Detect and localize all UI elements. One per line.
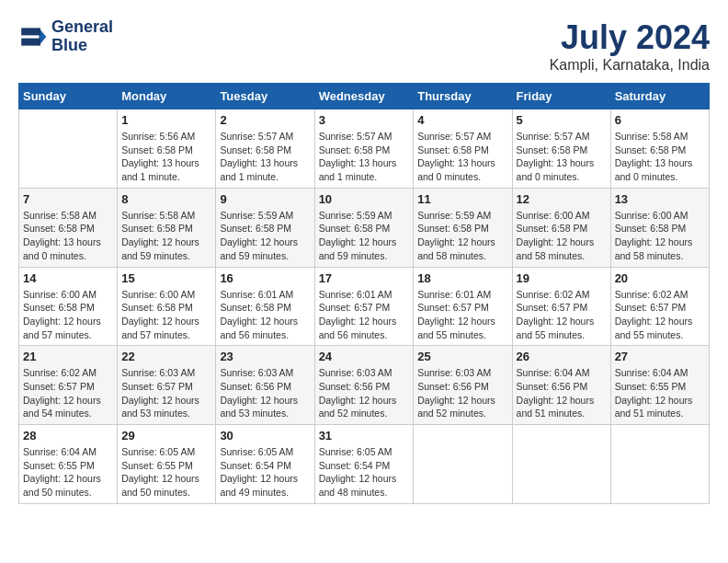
day-number: 30 <box>220 429 310 442</box>
calendar-cell: 26Sunrise: 6:04 AMSunset: 6:56 PMDayligh… <box>512 346 610 425</box>
logo: General Blue <box>18 18 113 55</box>
day-number: 17 <box>319 271 410 285</box>
day-info: Sunrise: 5:56 AMSunset: 6:58 PMDaylight:… <box>121 130 211 184</box>
day-number: 27 <box>615 350 705 363</box>
day-info: Sunrise: 6:03 AMSunset: 6:57 PMDaylight:… <box>121 366 211 420</box>
day-number: 15 <box>121 271 211 285</box>
day-number: 26 <box>517 350 607 363</box>
day-number: 16 <box>220 271 310 285</box>
logo-icon <box>18 22 48 52</box>
logo-line2: Blue <box>51 37 113 55</box>
day-info: Sunrise: 6:02 AMSunset: 6:57 PMDaylight:… <box>517 288 607 342</box>
day-number: 11 <box>417 192 507 206</box>
day-info: Sunrise: 5:57 AMSunset: 6:58 PMDaylight:… <box>517 130 607 184</box>
logo-text: General Blue <box>51 18 113 55</box>
calendar-cell: 21Sunrise: 6:02 AMSunset: 6:57 PMDayligh… <box>19 346 118 425</box>
calendar-cell: 16Sunrise: 6:01 AMSunset: 6:58 PMDayligh… <box>216 267 314 346</box>
day-number: 7 <box>23 192 113 206</box>
weekday-header-friday: Friday <box>512 84 610 109</box>
calendar-cell: 22Sunrise: 6:03 AMSunset: 6:57 PMDayligh… <box>118 346 216 425</box>
day-info: Sunrise: 6:04 AMSunset: 6:56 PMDaylight:… <box>517 366 607 420</box>
day-number: 25 <box>417 350 507 363</box>
day-number: 12 <box>517 192 607 206</box>
calendar-cell <box>414 425 512 504</box>
calendar-cell: 3Sunrise: 5:57 AMSunset: 6:58 PMDaylight… <box>314 109 414 189</box>
calendar-cell: 2Sunrise: 5:57 AMSunset: 6:58 PMDaylight… <box>216 109 314 189</box>
calendar-cell: 20Sunrise: 6:02 AMSunset: 6:57 PMDayligh… <box>610 267 709 346</box>
day-info: Sunrise: 6:05 AMSunset: 6:55 PMDaylight:… <box>121 445 211 500</box>
calendar-cell <box>610 425 709 504</box>
svg-rect-3 <box>21 38 40 45</box>
calendar-cell: 10Sunrise: 5:59 AMSunset: 6:58 PMDayligh… <box>314 188 414 267</box>
day-number: 8 <box>121 192 211 206</box>
calendar-cell: 17Sunrise: 6:01 AMSunset: 6:57 PMDayligh… <box>314 267 414 346</box>
day-number: 5 <box>517 113 607 127</box>
calendar-cell: 5Sunrise: 5:57 AMSunset: 6:58 PMDaylight… <box>512 109 610 189</box>
day-info: Sunrise: 5:59 AMSunset: 6:58 PMDaylight:… <box>319 209 410 263</box>
day-info: Sunrise: 5:57 AMSunset: 6:58 PMDaylight:… <box>220 130 310 184</box>
weekday-header-row: SundayMondayTuesdayWednesdayThursdayFrid… <box>19 84 710 109</box>
weekday-header-thursday: Thursday <box>414 84 512 109</box>
day-number: 19 <box>517 271 607 285</box>
calendar-cell: 9Sunrise: 5:59 AMSunset: 6:58 PMDaylight… <box>216 188 314 267</box>
calendar-cell: 19Sunrise: 6:02 AMSunset: 6:57 PMDayligh… <box>512 267 610 346</box>
weekday-header-saturday: Saturday <box>610 84 709 109</box>
day-number: 6 <box>615 113 705 127</box>
calendar-week-3: 14Sunrise: 6:00 AMSunset: 6:58 PMDayligh… <box>19 267 710 346</box>
day-number: 13 <box>615 192 705 206</box>
calendar-cell: 7Sunrise: 5:58 AMSunset: 6:58 PMDaylight… <box>19 188 118 267</box>
day-number: 31 <box>319 429 410 442</box>
calendar-cell: 1Sunrise: 5:56 AMSunset: 6:58 PMDaylight… <box>118 109 216 189</box>
day-info: Sunrise: 5:59 AMSunset: 6:58 PMDaylight:… <box>417 209 507 263</box>
calendar-cell: 11Sunrise: 5:59 AMSunset: 6:58 PMDayligh… <box>414 188 512 267</box>
day-info: Sunrise: 6:03 AMSunset: 6:56 PMDaylight:… <box>417 366 507 420</box>
day-number: 29 <box>121 429 211 442</box>
calendar-cell: 18Sunrise: 6:01 AMSunset: 6:57 PMDayligh… <box>414 267 512 346</box>
day-number: 24 <box>319 350 410 363</box>
day-info: Sunrise: 5:58 AMSunset: 6:58 PMDaylight:… <box>121 209 211 263</box>
calendar-cell: 12Sunrise: 6:00 AMSunset: 6:58 PMDayligh… <box>512 188 610 267</box>
weekday-header-tuesday: Tuesday <box>216 84 314 109</box>
day-number: 4 <box>417 113 507 127</box>
calendar-week-5: 28Sunrise: 6:04 AMSunset: 6:55 PMDayligh… <box>19 425 710 504</box>
calendar-cell: 15Sunrise: 6:00 AMSunset: 6:58 PMDayligh… <box>118 267 216 346</box>
day-info: Sunrise: 6:02 AMSunset: 6:57 PMDaylight:… <box>615 288 705 342</box>
day-info: Sunrise: 6:04 AMSunset: 6:55 PMDaylight:… <box>23 445 113 500</box>
day-number: 1 <box>121 113 211 127</box>
calendar-table: SundayMondayTuesdayWednesdayThursdayFrid… <box>18 83 710 504</box>
calendar-week-2: 7Sunrise: 5:58 AMSunset: 6:58 PMDaylight… <box>19 188 710 267</box>
day-number: 28 <box>23 429 113 442</box>
svg-rect-2 <box>21 28 40 35</box>
day-number: 23 <box>220 350 310 363</box>
month-title: July 2024 <box>550 18 710 57</box>
day-info: Sunrise: 6:05 AMSunset: 6:54 PMDaylight:… <box>220 445 310 500</box>
calendar-cell: 25Sunrise: 6:03 AMSunset: 6:56 PMDayligh… <box>414 346 512 425</box>
calendar-cell: 31Sunrise: 6:05 AMSunset: 6:54 PMDayligh… <box>314 425 414 504</box>
day-info: Sunrise: 6:04 AMSunset: 6:55 PMDaylight:… <box>615 366 705 420</box>
day-info: Sunrise: 6:00 AMSunset: 6:58 PMDaylight:… <box>517 209 607 263</box>
day-number: 9 <box>220 192 310 206</box>
calendar-cell <box>512 425 610 504</box>
day-number: 18 <box>417 271 507 285</box>
day-number: 3 <box>319 113 410 127</box>
calendar-cell: 4Sunrise: 5:57 AMSunset: 6:58 PMDaylight… <box>414 109 512 189</box>
calendar-cell: 13Sunrise: 6:00 AMSunset: 6:58 PMDayligh… <box>610 188 709 267</box>
day-number: 2 <box>220 113 310 127</box>
day-info: Sunrise: 6:05 AMSunset: 6:54 PMDaylight:… <box>319 445 410 500</box>
day-info: Sunrise: 6:00 AMSunset: 6:58 PMDaylight:… <box>121 288 211 342</box>
calendar-cell: 29Sunrise: 6:05 AMSunset: 6:55 PMDayligh… <box>118 425 216 504</box>
weekday-header-sunday: Sunday <box>19 84 118 109</box>
weekday-header-monday: Monday <box>118 84 216 109</box>
calendar-cell: 28Sunrise: 6:04 AMSunset: 6:55 PMDayligh… <box>19 425 118 504</box>
day-info: Sunrise: 6:02 AMSunset: 6:57 PMDaylight:… <box>23 366 113 420</box>
logo-line1: General <box>51 18 113 37</box>
calendar-cell: 14Sunrise: 6:00 AMSunset: 6:58 PMDayligh… <box>19 267 118 346</box>
day-info: Sunrise: 6:01 AMSunset: 6:57 PMDaylight:… <box>417 288 507 342</box>
day-info: Sunrise: 5:59 AMSunset: 6:58 PMDaylight:… <box>220 209 310 263</box>
location: Kampli, Karnataka, India <box>550 57 710 74</box>
calendar-week-4: 21Sunrise: 6:02 AMSunset: 6:57 PMDayligh… <box>19 346 710 425</box>
day-info: Sunrise: 6:01 AMSunset: 6:58 PMDaylight:… <box>220 288 310 342</box>
calendar-cell: 8Sunrise: 5:58 AMSunset: 6:58 PMDaylight… <box>118 188 216 267</box>
title-block: July 2024 Kampli, Karnataka, India <box>550 18 710 74</box>
day-info: Sunrise: 6:00 AMSunset: 6:58 PMDaylight:… <box>615 209 705 263</box>
